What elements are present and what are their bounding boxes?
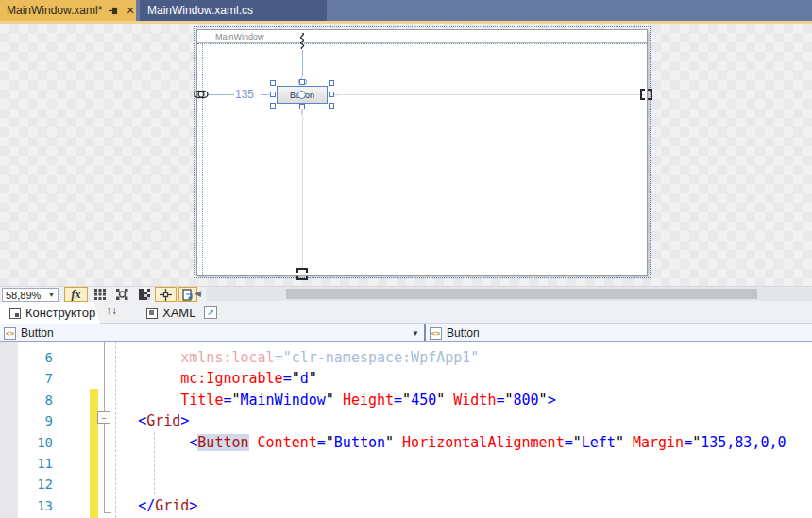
caret-down-icon: ▼ — [48, 292, 55, 298]
line-number: 13 — [19, 495, 53, 516]
dim-line-top — [302, 50, 303, 76]
breadcrumb-right-label: Button — [447, 326, 480, 340]
close-icon[interactable]: ✕ — [125, 4, 136, 17]
design-window-titlebar — [197, 30, 647, 43]
document-refresh-icon — [182, 289, 194, 301]
code-line[interactable]: 13 </Grid> — [0, 495, 812, 516]
breadcrumb-separator — [424, 324, 426, 341]
tab-label: MainWindow.xaml* — [7, 4, 102, 17]
grid-adorner-top — [197, 43, 647, 44]
xaml-view-icon — [146, 308, 158, 319]
code-text: </Grid> — [104, 495, 197, 516]
extension-line-bottom — [302, 105, 303, 270]
code-line[interactable]: 6 xmlns:local="clr-namespace:WpfApp1" — [0, 347, 812, 368]
selection-handle-e[interactable] — [329, 92, 334, 97]
spring-top-icon[interactable] — [296, 33, 308, 49]
code-text: xmlns:local="clr-namespace:WpfApp1" — [104, 347, 479, 368]
snap-to-gridlines-button[interactable] — [112, 287, 132, 302]
design-window-title: MainWindow — [215, 32, 264, 42]
popout-pane-icon[interactable]: ↗ — [204, 306, 217, 319]
dim-line-left — [208, 94, 234, 95]
selection-handle-nw[interactable] — [270, 80, 276, 86]
fx-icon: fx — [72, 288, 81, 302]
effects-toggle-button[interactable]: fx — [64, 287, 88, 302]
scroll-left-icon[interactable]: ◀ — [195, 289, 201, 298]
breadcrumb-left-label: Button — [21, 326, 54, 340]
code-text: <Grid> — [104, 410, 189, 431]
design-window-canvas[interactable] — [196, 29, 648, 276]
split-view-bar — [0, 302, 812, 324]
chain-bottom-icon[interactable] — [296, 266, 308, 282]
breadcrumb-caret-icon[interactable]: ▼ — [412, 329, 419, 338]
selection-handle-w[interactable] — [270, 92, 276, 97]
artboard-background-button[interactable] — [135, 287, 153, 302]
code-line[interactable]: 11 — [0, 453, 812, 474]
anchor-chain-left-icon[interactable] — [193, 88, 210, 101]
xaml-code-editor[interactable]: − 6 xmlns:local="clr-namespace:WpfApp1"7… — [0, 342, 812, 518]
show-snap-grid-button[interactable] — [91, 287, 110, 302]
breadcrumb-left[interactable]: <> Button — [4, 326, 54, 341]
swap-panes-icon[interactable]: ↑↓ — [106, 304, 117, 317]
selection-handle-ne[interactable] — [329, 80, 334, 86]
breadcrumb-right[interactable]: <> Button — [430, 326, 480, 341]
tab-mainwindow-xaml-cs[interactable]: MainWindow.xaml.cs — [140, 0, 327, 21]
navigation-bar — [0, 324, 812, 342]
code-line[interactable]: 8 Title="MainWindow" Height="450" Width=… — [0, 390, 812, 410]
line-number: 10 — [19, 432, 53, 453]
line-number: 6 — [19, 347, 53, 368]
code-text: mc:Ignorable="d" — [104, 368, 317, 389]
pin-icon[interactable] — [108, 4, 119, 17]
designer-tab-label: Конструктор — [25, 306, 95, 320]
code-line[interactable]: 9 <Grid> — [0, 410, 812, 431]
grid-gear-icon — [116, 289, 128, 300]
code-line[interactable]: 12 — [0, 474, 812, 494]
zoom-value: 58,89% — [6, 290, 41, 301]
selection-handle-sw[interactable] — [270, 103, 276, 109]
xaml-tab-label: XAML — [162, 306, 195, 320]
grid-adorner-left — [202, 44, 203, 275]
tab-mainwindow-xaml[interactable]: MainWindow.xaml* ✕ — [0, 0, 136, 21]
button-center-anchor[interactable] — [297, 91, 306, 99]
design-view-icon — [9, 308, 21, 319]
broken-chain-right-icon[interactable] — [638, 89, 654, 100]
line-number: 9 — [19, 410, 53, 431]
visual-studio-editor: MainWindow.xaml* ✕ MainWindow.xaml.cs Ma… — [0, 0, 812, 518]
code-line[interactable]: 7 mc:Ignorable="d" — [0, 368, 812, 389]
line-number: 8 — [19, 390, 53, 410]
selection-handle-n[interactable] — [299, 79, 305, 85]
tab-xaml-view[interactable]: XAML — [146, 302, 198, 324]
code-line[interactable]: 10 <Button Content="Button" HorizontalAl… — [0, 432, 812, 453]
snap-to-snaplines-button[interactable] — [155, 287, 177, 302]
line-number: 12 — [19, 474, 53, 494]
snaplines-crosshair-icon — [160, 289, 172, 301]
design-artboard[interactable]: MainWindow 135 83 — [0, 24, 812, 286]
xml-element-icon: <> — [4, 327, 16, 340]
extension-line-right — [330, 94, 646, 95]
tab-label: MainWindow.xaml.cs — [147, 4, 253, 17]
line-number: 7 — [19, 368, 53, 389]
grid-icon — [94, 289, 106, 300]
selection-handle-se[interactable] — [329, 103, 334, 109]
line-number: 11 — [19, 453, 53, 474]
checkerboard-icon — [139, 289, 150, 300]
designer-hscrollbar-thumb[interactable] — [286, 289, 757, 299]
selection-handle-s[interactable] — [299, 104, 305, 109]
zoom-combo[interactable]: 58,89% ▼ — [2, 288, 59, 302]
xml-element-icon: <> — [430, 327, 442, 340]
dim-label-left: 135 — [235, 88, 254, 101]
code-text: Title="MainWindow" Height="450" Width="8… — [104, 390, 556, 410]
code-text: <Button Content="Button" HorizontalAlign… — [104, 432, 787, 453]
tab-designer-view[interactable]: Конструктор — [0, 302, 100, 324]
